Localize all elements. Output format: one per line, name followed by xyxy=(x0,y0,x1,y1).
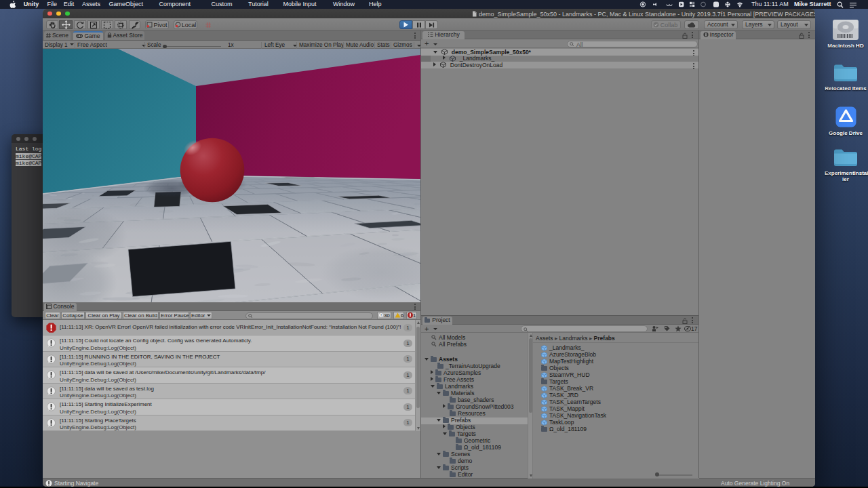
svg-text:S: S xyxy=(715,2,718,7)
svg-text:!: ! xyxy=(380,312,382,317)
